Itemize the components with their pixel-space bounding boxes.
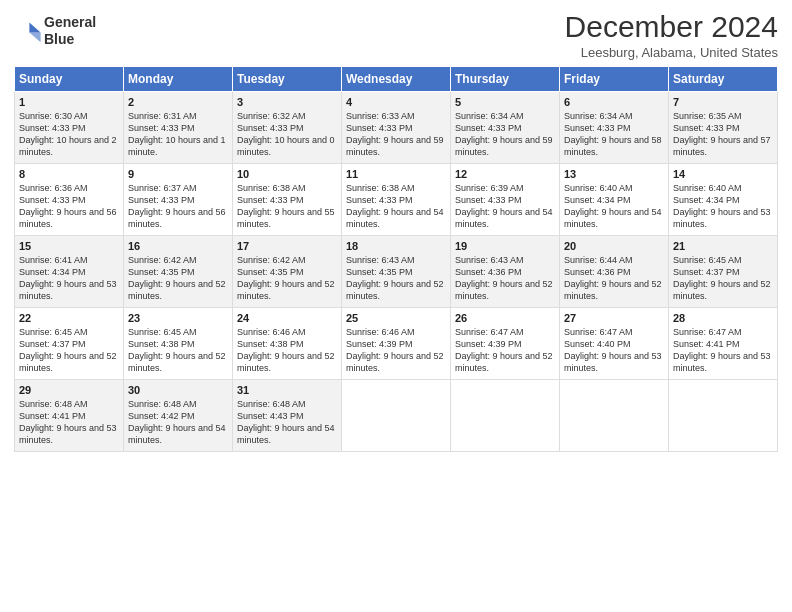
calendar-cell: 27Sunrise: 6:47 AMSunset: 4:40 PMDayligh… [560, 308, 669, 380]
col-header-wednesday: Wednesday [342, 67, 451, 92]
daylight-text: Daylight: 9 hours and 53 minutes. [19, 279, 117, 301]
daylight-text: Daylight: 9 hours and 52 minutes. [19, 351, 117, 373]
cell-info: Sunrise: 6:39 AMSunset: 4:33 PMDaylight:… [455, 182, 555, 231]
sunset-text: Sunset: 4:38 PM [237, 339, 304, 349]
day-number: 17 [237, 240, 337, 252]
calendar-cell: 6Sunrise: 6:34 AMSunset: 4:33 PMDaylight… [560, 92, 669, 164]
daylight-text: Daylight: 9 hours and 54 minutes. [564, 207, 662, 229]
calendar-cell: 16Sunrise: 6:42 AMSunset: 4:35 PMDayligh… [124, 236, 233, 308]
day-number: 7 [673, 96, 773, 108]
sunset-text: Sunset: 4:33 PM [346, 195, 413, 205]
calendar-cell: 25Sunrise: 6:46 AMSunset: 4:39 PMDayligh… [342, 308, 451, 380]
calendar-cell [560, 380, 669, 452]
daylight-text: Daylight: 9 hours and 54 minutes. [237, 423, 335, 445]
sunrise-text: Sunrise: 6:36 AM [19, 183, 88, 193]
cell-info: Sunrise: 6:33 AMSunset: 4:33 PMDaylight:… [346, 110, 446, 159]
calendar-cell: 24Sunrise: 6:46 AMSunset: 4:38 PMDayligh… [233, 308, 342, 380]
calendar-week-3: 15Sunrise: 6:41 AMSunset: 4:34 PMDayligh… [15, 236, 778, 308]
day-number: 24 [237, 312, 337, 324]
day-number: 31 [237, 384, 337, 396]
sunrise-text: Sunrise: 6:31 AM [128, 111, 197, 121]
sunrise-text: Sunrise: 6:48 AM [19, 399, 88, 409]
cell-info: Sunrise: 6:34 AMSunset: 4:33 PMDaylight:… [564, 110, 664, 159]
calendar-cell: 23Sunrise: 6:45 AMSunset: 4:38 PMDayligh… [124, 308, 233, 380]
sunrise-text: Sunrise: 6:47 AM [455, 327, 524, 337]
sunrise-text: Sunrise: 6:46 AM [237, 327, 306, 337]
sunrise-text: Sunrise: 6:42 AM [128, 255, 197, 265]
col-header-thursday: Thursday [451, 67, 560, 92]
sunset-text: Sunset: 4:33 PM [19, 123, 86, 133]
cell-info: Sunrise: 6:38 AMSunset: 4:33 PMDaylight:… [237, 182, 337, 231]
day-number: 15 [19, 240, 119, 252]
calendar-cell [451, 380, 560, 452]
calendar-cell: 2Sunrise: 6:31 AMSunset: 4:33 PMDaylight… [124, 92, 233, 164]
calendar-cell: 31Sunrise: 6:48 AMSunset: 4:43 PMDayligh… [233, 380, 342, 452]
cell-info: Sunrise: 6:47 AMSunset: 4:39 PMDaylight:… [455, 326, 555, 375]
calendar-cell: 1Sunrise: 6:30 AMSunset: 4:33 PMDaylight… [15, 92, 124, 164]
calendar-cell: 3Sunrise: 6:32 AMSunset: 4:33 PMDaylight… [233, 92, 342, 164]
daylight-text: Daylight: 10 hours and 1 minute. [128, 135, 226, 157]
daylight-text: Daylight: 9 hours and 59 minutes. [346, 135, 444, 157]
sunrise-text: Sunrise: 6:44 AM [564, 255, 633, 265]
calendar-cell: 5Sunrise: 6:34 AMSunset: 4:33 PMDaylight… [451, 92, 560, 164]
daylight-text: Daylight: 9 hours and 53 minutes. [564, 351, 662, 373]
sunset-text: Sunset: 4:33 PM [237, 195, 304, 205]
sunset-text: Sunset: 4:35 PM [128, 267, 195, 277]
day-number: 26 [455, 312, 555, 324]
calendar-header-row: SundayMondayTuesdayWednesdayThursdayFrid… [15, 67, 778, 92]
sunrise-text: Sunrise: 6:39 AM [455, 183, 524, 193]
cell-info: Sunrise: 6:44 AMSunset: 4:36 PMDaylight:… [564, 254, 664, 303]
logo-line1: General [44, 14, 96, 31]
sunset-text: Sunset: 4:33 PM [455, 195, 522, 205]
cell-info: Sunrise: 6:48 AMSunset: 4:43 PMDaylight:… [237, 398, 337, 447]
sunrise-text: Sunrise: 6:41 AM [19, 255, 88, 265]
day-number: 5 [455, 96, 555, 108]
day-number: 14 [673, 168, 773, 180]
day-number: 23 [128, 312, 228, 324]
daylight-text: Daylight: 9 hours and 52 minutes. [564, 279, 662, 301]
calendar-table: SundayMondayTuesdayWednesdayThursdayFrid… [14, 66, 778, 452]
cell-info: Sunrise: 6:45 AMSunset: 4:38 PMDaylight:… [128, 326, 228, 375]
cell-info: Sunrise: 6:40 AMSunset: 4:34 PMDaylight:… [673, 182, 773, 231]
col-header-sunday: Sunday [15, 67, 124, 92]
sunset-text: Sunset: 4:33 PM [564, 123, 631, 133]
calendar-cell: 30Sunrise: 6:48 AMSunset: 4:42 PMDayligh… [124, 380, 233, 452]
day-number: 20 [564, 240, 664, 252]
sunset-text: Sunset: 4:42 PM [128, 411, 195, 421]
sunrise-text: Sunrise: 6:47 AM [673, 327, 742, 337]
cell-info: Sunrise: 6:36 AMSunset: 4:33 PMDaylight:… [19, 182, 119, 231]
calendar-cell [342, 380, 451, 452]
daylight-text: Daylight: 9 hours and 54 minutes. [455, 207, 553, 229]
calendar-cell: 21Sunrise: 6:45 AMSunset: 4:37 PMDayligh… [669, 236, 778, 308]
month-title: December 2024 [565, 10, 778, 43]
calendar-cell: 12Sunrise: 6:39 AMSunset: 4:33 PMDayligh… [451, 164, 560, 236]
col-header-friday: Friday [560, 67, 669, 92]
calendar-week-1: 1Sunrise: 6:30 AMSunset: 4:33 PMDaylight… [15, 92, 778, 164]
cell-info: Sunrise: 6:38 AMSunset: 4:33 PMDaylight:… [346, 182, 446, 231]
daylight-text: Daylight: 9 hours and 53 minutes. [673, 351, 771, 373]
sunrise-text: Sunrise: 6:34 AM [455, 111, 524, 121]
sunset-text: Sunset: 4:39 PM [455, 339, 522, 349]
cell-info: Sunrise: 6:35 AMSunset: 4:33 PMDaylight:… [673, 110, 773, 159]
daylight-text: Daylight: 9 hours and 52 minutes. [128, 351, 226, 373]
sunrise-text: Sunrise: 6:43 AM [346, 255, 415, 265]
day-number: 18 [346, 240, 446, 252]
day-number: 27 [564, 312, 664, 324]
sunset-text: Sunset: 4:37 PM [673, 267, 740, 277]
sunset-text: Sunset: 4:37 PM [19, 339, 86, 349]
daylight-text: Daylight: 9 hours and 52 minutes. [346, 279, 444, 301]
sunset-text: Sunset: 4:40 PM [564, 339, 631, 349]
sunset-text: Sunset: 4:43 PM [237, 411, 304, 421]
sunset-text: Sunset: 4:33 PM [455, 123, 522, 133]
daylight-text: Daylight: 9 hours and 55 minutes. [237, 207, 335, 229]
calendar-cell: 29Sunrise: 6:48 AMSunset: 4:41 PMDayligh… [15, 380, 124, 452]
calendar-week-4: 22Sunrise: 6:45 AMSunset: 4:37 PMDayligh… [15, 308, 778, 380]
cell-info: Sunrise: 6:34 AMSunset: 4:33 PMDaylight:… [455, 110, 555, 159]
sunset-text: Sunset: 4:34 PM [673, 195, 740, 205]
cell-info: Sunrise: 6:45 AMSunset: 4:37 PMDaylight:… [19, 326, 119, 375]
daylight-text: Daylight: 9 hours and 56 minutes. [19, 207, 117, 229]
sunset-text: Sunset: 4:33 PM [237, 123, 304, 133]
daylight-text: Daylight: 9 hours and 52 minutes. [237, 351, 335, 373]
calendar-cell: 17Sunrise: 6:42 AMSunset: 4:35 PMDayligh… [233, 236, 342, 308]
logo: General Blue [14, 14, 96, 48]
